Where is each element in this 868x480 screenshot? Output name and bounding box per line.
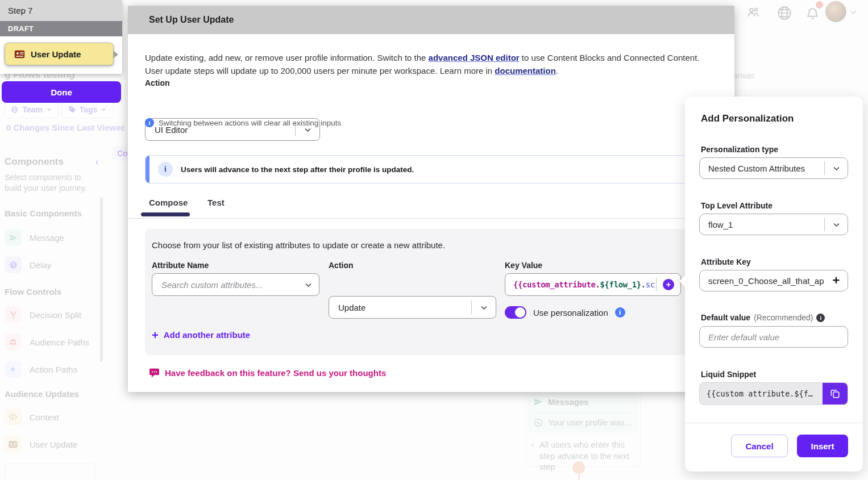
team-filter-button[interactable]: Team — [5, 101, 59, 118]
action-paths-icon — [5, 361, 22, 378]
tab-compose[interactable]: Compose — [149, 198, 188, 207]
active-tab-indicator — [141, 212, 190, 216]
attribute-name-input[interactable] — [152, 274, 298, 295]
insert-button[interactable]: Insert — [797, 435, 848, 457]
whatsapp-icon — [534, 418, 543, 427]
bell-icon[interactable] — [805, 6, 820, 20]
default-value-field[interactable] — [699, 326, 848, 348]
modal-title: Set Up User Update — [149, 15, 234, 25]
row-action-label: Action — [329, 261, 354, 270]
sidebar-item-delay[interactable]: Delay — [5, 256, 51, 273]
add-another-attribute-button[interactable]: + Add another attribute — [152, 330, 250, 340]
done-button[interactable]: Done — [2, 81, 121, 103]
default-value-input[interactable] — [700, 327, 848, 347]
team-filter-label: Team — [22, 105, 43, 114]
sidebar-item-partial — [5, 463, 95, 480]
info-icon[interactable]: i — [816, 314, 825, 322]
paper-plane-icon — [5, 229, 22, 246]
description-text: . — [556, 66, 558, 76]
step-card-pointer — [113, 51, 118, 59]
kv-token-dot: . — [641, 280, 646, 289]
notification-dot — [816, 1, 823, 9]
add-attribute-label: Add another attribute — [164, 330, 251, 340]
changes-label: 0 Changes Since Last Viewed — [6, 123, 124, 132]
tab-divider — [128, 218, 734, 219]
attribute-name-select[interactable] — [152, 273, 319, 296]
banner-text: Users will advance to the next step afte… — [181, 165, 414, 174]
chevron-down-icon — [298, 281, 319, 289]
tags-filter-button[interactable]: Tags — [61, 101, 114, 118]
user-update-step-card[interactable]: User Update — [5, 43, 114, 65]
attributes-panel: Choose from your list of existing attrib… — [145, 229, 718, 355]
sidebar-item-user-update[interactable]: User Update — [5, 436, 77, 453]
modal-header[interactable]: Set Up User Update — [128, 6, 734, 34]
paper-plane-icon — [534, 398, 542, 406]
use-personalization-toggle[interactable] — [505, 306, 526, 319]
sidebar-collapse-chevron-icon[interactable]: ‹ — [95, 157, 98, 167]
id-card-icon — [5, 436, 22, 453]
panel-title: Add Personalization — [701, 113, 794, 124]
top-level-attribute-value: flow_1 — [700, 220, 824, 229]
code-icon — [5, 408, 22, 425]
info-icon[interactable]: i — [615, 307, 625, 318]
liquid-snippet-value: {{custom_attribute.${f… — [700, 389, 823, 398]
feedback-link[interactable]: Have feedback on this feature? Send us y… — [149, 368, 386, 378]
sidebar-scrollbar[interactable] — [100, 197, 103, 362]
clock-icon — [5, 256, 22, 273]
documentation-link[interactable]: documentation — [495, 66, 556, 76]
top-level-attribute-label: Top Level Attribute — [701, 201, 773, 210]
action-switch-note: i Switching between actions will clear a… — [145, 118, 341, 127]
canvas-whatsapp-text: Your user profile was… — [548, 418, 633, 427]
tab-test[interactable]: Test — [207, 198, 225, 207]
chevron-down-icon — [101, 107, 107, 113]
chevron-down-icon — [46, 107, 52, 113]
attributes-instruction: Choose from your list of existing attrib… — [152, 240, 445, 250]
chevron-down-icon[interactable] — [849, 7, 858, 16]
add-personalization-plus-icon[interactable]: + — [663, 279, 674, 290]
changes-since-last-viewed[interactable]: 0 Changes Since Last Viewed — [2, 123, 124, 132]
row-action-select[interactable]: Update — [329, 296, 496, 319]
attribute-key-label: Attribute Key — [701, 257, 751, 266]
top-level-attribute-select[interactable]: flow_1 — [699, 214, 848, 235]
global-topbar — [736, 0, 868, 28]
canvas-node-stem — [578, 474, 580, 480]
id-card-icon — [14, 50, 25, 59]
modal-description: Update existing, add new, or remove user… — [145, 51, 719, 78]
sidebar-item-audience-paths[interactable]: Audience Paths — [5, 333, 89, 350]
sidebar-item-action-paths[interactable]: Action Paths — [5, 361, 77, 378]
team-icon[interactable] — [746, 6, 761, 19]
advanced-json-editor-link[interactable]: advanced JSON editor — [429, 53, 520, 62]
personalization-type-select[interactable]: Nested Custom Attributes — [699, 157, 848, 179]
copy-snippet-button[interactable] — [823, 382, 848, 405]
globe-icon[interactable] — [777, 6, 792, 20]
attribute-key-field[interactable]: screen_0_Choose_all_that_ap + — [699, 270, 848, 291]
avatar[interactable] — [825, 1, 846, 22]
description-text: Update existing, add new, or remove user… — [145, 53, 429, 62]
sidebar-item-message[interactable]: Message — [5, 229, 64, 246]
sidebar-section-basic: Basic Components — [5, 208, 82, 218]
attribute-name-label: Attribute Name — [152, 261, 209, 270]
sidebar-item-context[interactable]: Context — [5, 408, 59, 425]
key-value-field[interactable]: {{custom_attribute.${flow_1}.screen_ + — [505, 273, 681, 296]
sidebar-item-label: Decision Split — [30, 310, 81, 320]
attribute-key-plus-icon[interactable]: + — [825, 273, 848, 288]
default-value-hint: (Recommended) — [754, 313, 813, 322]
canvas-messages-title: Messages — [548, 397, 589, 407]
sidebar-description: Select components to build your user jou… — [5, 172, 95, 194]
kv-token-dot: . — [596, 280, 600, 289]
chevron-down-icon — [825, 220, 848, 229]
tag-icon — [68, 106, 76, 114]
row-action-value: Update — [329, 303, 471, 312]
liquid-snippet-field: {{custom_attribute.${f… — [699, 382, 848, 405]
canvas-node-dot — [572, 461, 585, 474]
kv-token-flow: ${flow_1} — [600, 280, 641, 289]
sidebar-item-label: Audience Paths — [30, 337, 89, 347]
sidebar-item-decision-split[interactable]: Decision Split — [5, 306, 81, 323]
personalization-type-value: Nested Custom Attributes — [700, 164, 824, 173]
add-personalization-panel: Add Personalization Personalization type… — [685, 97, 863, 471]
toggle-knob — [515, 307, 525, 318]
banner-accent-bar — [146, 156, 149, 183]
key-value-label: Key Value — [505, 261, 542, 270]
cancel-button[interactable]: Cancel — [731, 435, 788, 457]
action-note-text: Switching between actions will clear all… — [159, 119, 341, 127]
